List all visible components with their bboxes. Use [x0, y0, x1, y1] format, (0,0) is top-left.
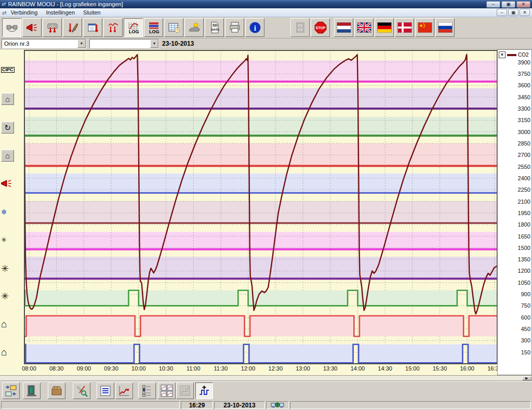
x-axis-label-12:30: 12:30	[269, 365, 283, 372]
digital-traces-button[interactable]	[195, 382, 213, 399]
print-button[interactable]	[225, 18, 244, 37]
language-chinese-button[interactable]	[415, 18, 434, 37]
chevron-down-icon[interactable]: ▼	[77, 39, 86, 48]
language-russian-button[interactable]	[435, 18, 455, 37]
mdi-close-button[interactable]: ✕	[520, 9, 530, 16]
sensor-panel-button[interactable]	[43, 18, 62, 37]
menu-instellingen[interactable]: Instellingen	[46, 9, 75, 16]
sd-data-button[interactable]: SDDATA	[205, 18, 224, 37]
graph-temperatures-button[interactable]	[103, 18, 123, 37]
graph-view-button[interactable]	[115, 382, 133, 399]
log-table-icon: LOG	[147, 21, 161, 34]
y-axis-label-2400: 2400	[509, 175, 530, 181]
day-values-button[interactable]	[83, 18, 102, 37]
exit-button[interactable]	[23, 382, 41, 399]
frost-icon: ❄	[1, 208, 23, 216]
menu-verbinding[interactable]: Verbinding	[10, 9, 37, 16]
storage-house-circulation-icon: ↻	[1, 122, 23, 134]
child-window-icon: ⇄	[2, 10, 6, 16]
series-visibility-checkbox[interactable]: ×	[499, 51, 506, 58]
secondary-selector[interactable]: ▼	[89, 39, 159, 48]
graph-thermometer-icon	[107, 21, 120, 34]
language-danish-button[interactable]	[395, 18, 414, 37]
menu-bar: ⇄ Verbinding Instellingen Sluiten – ▣ ✕	[0, 8, 532, 17]
close-button[interactable]: ✕	[516, 1, 530, 8]
threshold-band-5	[24, 201, 497, 223]
alarm-button[interactable]	[22, 18, 42, 37]
co2-legend-label: CO2	[518, 52, 529, 58]
settings-tools-button[interactable]	[73, 382, 90, 399]
y-axis-label-3600: 3600	[509, 82, 530, 88]
svg-text:LOG: LOG	[129, 29, 139, 34]
info-button[interactable]: i	[245, 18, 264, 37]
language-dutch-button[interactable]	[334, 18, 353, 37]
import-export-icon	[4, 385, 18, 397]
cipc-badge: CIPC	[1, 67, 23, 73]
disabled-graph-icon	[178, 385, 192, 397]
unit-selector[interactable]: Orion nr.3 ▼	[2, 39, 86, 48]
y-axis-label-600: 600	[509, 314, 530, 321]
x-axis-label-14:30: 14:30	[378, 365, 392, 372]
menu-sluiten[interactable]: Sluiten	[83, 9, 101, 16]
x-axis-label-13:00: 13:00	[296, 365, 310, 372]
table-values-button[interactable]	[164, 18, 183, 37]
mixing-fan-icon: ✳	[1, 236, 23, 243]
network-icon	[271, 402, 284, 409]
y-axis-label-2100: 2100	[509, 199, 530, 205]
x-axis-label-15:30: 15:30	[433, 365, 447, 372]
storage-house-fan-icon: ⌂	[1, 93, 23, 105]
trend-graph-icon	[117, 385, 131, 397]
status-date: 23-10-2013	[214, 401, 265, 409]
x-axis-label-14:00: 14:00	[351, 365, 365, 372]
hatch-2-icon: ⌂	[1, 347, 23, 357]
storage-house-open-icon-glyph: ⌂	[1, 150, 14, 162]
log-table-button[interactable]: LOG	[144, 18, 163, 37]
language-english-button[interactable]	[354, 18, 374, 37]
alarm-horn-icon	[25, 21, 39, 34]
transfer-data-button[interactable]	[2, 382, 20, 399]
calibrate-button[interactable]	[63, 18, 82, 37]
connect-button[interactable]	[2, 18, 21, 37]
storage-house-fan-icon-glyph: ⌂	[1, 93, 14, 105]
chart-area: 08:0008:3009:0009:3010:0010:3011:0011:30…	[0, 49, 532, 375]
minimize-button[interactable]: –	[486, 1, 500, 8]
y-axis-label-750: 750	[509, 302, 530, 309]
card-archive-button[interactable]	[48, 382, 65, 399]
threshold-band-3	[24, 143, 497, 166]
svg-text:STOP: STOP	[315, 26, 325, 30]
channel-blue-fill	[24, 345, 497, 363]
y-axis-label-300: 300	[509, 337, 530, 343]
list-view-button[interactable]	[97, 382, 114, 399]
selector-row: Orion nr.3 ▼ ▼ 23-10-2013	[0, 38, 532, 49]
y-axis-label-3300: 3300	[509, 105, 530, 112]
multi-graph-button[interactable]	[158, 382, 176, 399]
window-title: RAINBOW MOOIJ - [Log grafieken ingangen]	[8, 1, 123, 7]
chart-horizontal-scrollbar[interactable]: ▶	[0, 375, 532, 381]
language-german-button[interactable]	[375, 18, 394, 37]
chart-plot[interactable]	[24, 50, 497, 364]
flag-denmark-icon	[397, 22, 412, 33]
x-axis-label-09:30: 09:30	[104, 365, 118, 372]
mdi-restore-button[interactable]: ▣	[508, 9, 518, 16]
chevron-down-icon[interactable]: ▼	[150, 39, 158, 48]
archive-button	[290, 18, 310, 37]
channel-red-fill	[24, 316, 497, 336]
channel-select-button[interactable]	[138, 382, 156, 399]
scroll-right-arrow-icon[interactable]: ▶	[522, 376, 531, 380]
y-axis-label-1350: 1350	[509, 256, 530, 262]
log-graph-button[interactable]: LOG	[124, 18, 143, 37]
x-axis-label-08:00: 08:00	[22, 365, 36, 372]
svg-text:LOG: LOG	[149, 29, 159, 34]
svg-text:SD: SD	[212, 23, 218, 27]
co2-chart	[24, 50, 497, 364]
storage-house-open-icon: ⌂	[1, 150, 23, 162]
mdi-minimize-button[interactable]: –	[497, 9, 507, 16]
weather-button[interactable]	[184, 18, 204, 37]
restore-button[interactable]: ▣	[501, 1, 515, 8]
quad-graphs-icon	[160, 385, 174, 397]
storage-house-circulation-icon-glyph: ↻	[1, 122, 14, 134]
fan-2-icon: ✳	[1, 292, 23, 301]
svg-text:i: i	[254, 24, 256, 32]
stop-button[interactable]: STOP	[311, 18, 330, 37]
connect-plugs-icon	[5, 21, 19, 34]
